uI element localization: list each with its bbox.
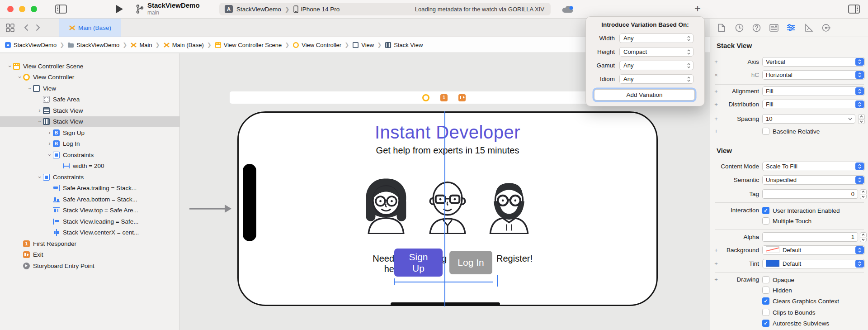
alpha-field[interactable]: 1	[762, 232, 858, 242]
disclosure-chevron[interactable]: ›	[6, 63, 13, 70]
checkbox-unchecked[interactable]	[762, 276, 769, 283]
outline-row-constraints-outer[interactable]: › Constraints	[0, 172, 179, 183]
checkbox-checked[interactable]: ✓	[762, 207, 769, 214]
spacing-field[interactable]: 10	[762, 114, 855, 124]
first-responder-dock-icon[interactable]	[440, 94, 448, 101]
jump-item-folder[interactable]: StackViewDemo	[67, 42, 119, 48]
outline-row-width-constraint[interactable]: width = 200	[0, 161, 179, 172]
width-dropdown[interactable]: Any	[619, 33, 693, 43]
checkbox-checked[interactable]: ✓	[762, 297, 769, 305]
checkbox-unchecked[interactable]	[762, 128, 769, 135]
file-inspector-icon[interactable]	[717, 23, 726, 32]
multiple-touch-checkbox[interactable]: Multiple Touch	[762, 216, 811, 225]
checkbox-unchecked[interactable]	[762, 309, 769, 316]
avatar-bald-glasses[interactable]	[418, 172, 478, 234]
axis-variant-popup[interactable]: Horizontal	[762, 70, 865, 80]
checkbox-checked[interactable]: ✓	[762, 320, 769, 327]
outline-row-scene[interactable]: › View Controller Scene	[0, 61, 179, 72]
semantic-popup[interactable]: Unspecified	[762, 175, 865, 185]
outline-row-entry-point[interactable]: Storyboard Entry Point	[0, 260, 179, 272]
disclosure-chevron[interactable]: ›	[26, 85, 33, 92]
app-subtitle-label[interactable]: Get help from experts in 15 minutes	[239, 145, 656, 156]
jump-item-stack-view[interactable]: Stack View	[385, 42, 423, 48]
outline-row-safe-area[interactable]: Safe Area	[0, 94, 179, 105]
spacing-stepper[interactable]	[858, 114, 865, 124]
outline-row-sign-up[interactable]: › Sign Up	[0, 127, 179, 139]
cloud-status-icon[interactable]	[561, 5, 575, 14]
axis-popup[interactable]: Vertical	[762, 57, 865, 67]
autoresize-checkbox[interactable]: ✓ Autoresize Subviews	[762, 319, 829, 328]
connections-inspector-icon[interactable]	[822, 23, 831, 32]
idiom-dropdown[interactable]: Any	[619, 74, 693, 84]
checkbox-unchecked[interactable]	[762, 287, 769, 294]
run-button[interactable]	[115, 5, 124, 13]
alignment-popup[interactable]: Fill	[762, 86, 865, 96]
disclosure-chevron[interactable]: ›	[46, 152, 53, 158]
outline-row-constraint-bottom[interactable]: Safe Area.bottom = Stack...	[0, 194, 179, 205]
disclosure-chevron[interactable]: ›	[36, 107, 43, 114]
outline-row-log-in[interactable]: › Log In	[0, 139, 179, 150]
zoom-window-button[interactable]	[31, 6, 37, 12]
editor-grid-icon[interactable]	[4, 23, 16, 33]
baseline-relative-checkbox[interactable]: Baseline Relative	[762, 127, 820, 136]
log-in-button[interactable]: Log In	[449, 251, 492, 274]
outline-row-stack-view-selected[interactable]: › Stack View	[0, 116, 179, 128]
gamut-dropdown[interactable]: Any	[619, 61, 693, 70]
outline-row-constraint-trailing[interactable]: Safe Area.trailing = Stack...	[0, 183, 179, 194]
sign-up-button[interactable]: Sign Up	[394, 249, 443, 277]
opaque-checkbox[interactable]: Opaque	[762, 275, 794, 284]
outline-row-exit[interactable]: Exit	[0, 249, 179, 261]
disclosure-chevron[interactable]: ›	[16, 74, 23, 81]
size-inspector-icon[interactable]	[804, 23, 813, 32]
tint-popup[interactable]: Default	[762, 259, 865, 268]
avatar-woman-glasses[interactable]	[356, 172, 416, 234]
left-sidebar-toggle-icon[interactable]	[54, 4, 68, 14]
hidden-checkbox[interactable]: Hidden	[762, 286, 792, 295]
background-popup[interactable]: Default	[762, 245, 865, 255]
jump-item-view-controller[interactable]: View Controller	[292, 42, 341, 48]
attributes-inspector-icon[interactable]	[787, 23, 796, 32]
exit-dock-icon[interactable]	[458, 94, 466, 101]
scheme-selector[interactable]: A StackViewDemo ❯ iPhone 14 Pro Loading …	[219, 3, 551, 15]
scheme-name[interactable]: StackViewDemo	[236, 6, 281, 13]
clips-to-bounds-checkbox[interactable]: Clips to Bounds	[762, 308, 816, 317]
forward-button[interactable]	[33, 23, 42, 32]
jump-item-scene[interactable]: View Controller Scene	[215, 42, 282, 48]
checkbox-unchecked[interactable]	[762, 217, 769, 225]
avatar-beard-glasses[interactable]	[479, 172, 539, 234]
disclosure-chevron[interactable]: ›	[36, 118, 43, 125]
close-window-button[interactable]	[7, 6, 14, 12]
tag-field[interactable]: 0	[762, 189, 858, 199]
disclosure-chevron[interactable]: ›	[36, 174, 43, 181]
outline-row-constraints-inner[interactable]: › Constraints	[0, 149, 179, 161]
alpha-stepper[interactable]	[860, 232, 867, 242]
jump-item-view[interactable]: View	[352, 42, 374, 48]
outline-row-constraint-centerx[interactable]: Stack View.centerX = cent...	[0, 227, 179, 239]
content-mode-popup[interactable]: Scale To Fill	[762, 162, 865, 171]
add-button[interactable]: +	[692, 3, 703, 14]
app-title-label[interactable]: Instant Developer	[239, 122, 656, 143]
outline-row-view-controller[interactable]: › View Controller	[0, 72, 179, 83]
minimize-window-button[interactable]	[19, 6, 25, 12]
add-variation-icon[interactable]: +	[713, 126, 719, 136]
distribution-popup[interactable]: Fill	[762, 100, 865, 109]
view-controller-dock-icon[interactable]	[422, 94, 429, 101]
jump-item-project[interactable]: StackViewDemo	[5, 42, 57, 48]
right-sidebar-toggle-icon[interactable]	[847, 4, 861, 14]
quick-help-inspector-icon[interactable]	[769, 23, 778, 32]
disclosure-chevron[interactable]: ›	[46, 140, 53, 147]
outline-row-view[interactable]: › View	[0, 83, 179, 94]
tab-main-base[interactable]: Main (Base)	[59, 19, 121, 37]
add-variation-button[interactable]: Add Variation	[594, 89, 695, 100]
outline-row-first-responder[interactable]: First Responder	[0, 238, 179, 249]
jump-item-main[interactable]: Main	[130, 42, 152, 48]
outline-row-stack-view-h[interactable]: › Stack View	[0, 105, 179, 116]
outline-row-constraint-leading[interactable]: Stack View.leading = Safe...	[0, 216, 179, 227]
tag-stepper[interactable]	[860, 189, 867, 199]
run-destination[interactable]: iPhone 14 Pro	[301, 6, 340, 13]
height-dropdown[interactable]: Compact	[619, 47, 693, 57]
help-inspector-icon[interactable]	[752, 23, 761, 32]
back-button[interactable]	[22, 23, 31, 32]
user-interaction-checkbox[interactable]: ✓ User Interaction Enabled	[762, 206, 840, 215]
disclosure-chevron[interactable]: ›	[46, 129, 53, 136]
